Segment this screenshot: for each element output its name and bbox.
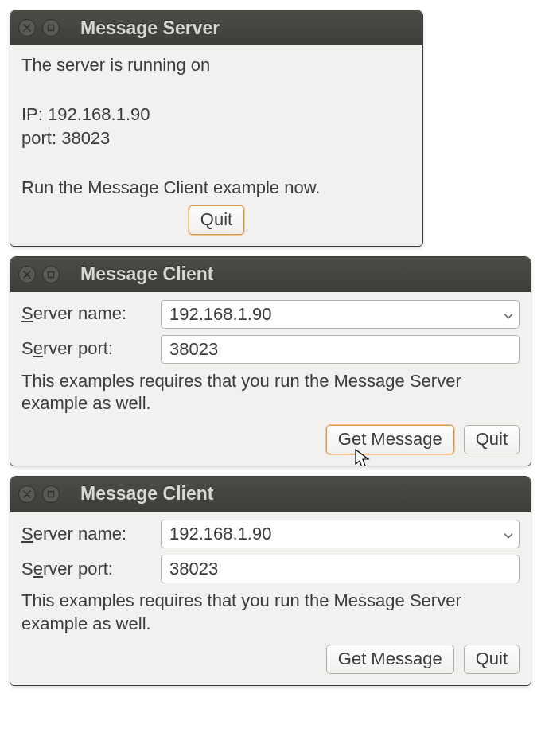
svg-rect-2	[49, 491, 54, 497]
quit-button[interactable]: Quit	[464, 645, 520, 674]
server-name-input[interactable]	[161, 520, 520, 548]
server-ip-line: IP: 192.168.1.90	[21, 103, 411, 127]
titlebar[interactable]: Message Server	[10, 10, 422, 45]
client-content: Server name: Server port: This examples …	[10, 292, 531, 466]
server-name-combo[interactable]	[161, 520, 520, 548]
message-client-window-1: Message Client Server name: Server port:…	[10, 256, 531, 466]
close-icon[interactable]	[18, 485, 36, 503]
close-icon[interactable]	[18, 266, 36, 283]
help-text: This examples requires that you run the …	[21, 370, 520, 415]
window-title: Message Server	[80, 18, 220, 39]
server-name-label: Server name:	[21, 302, 153, 326]
get-message-button[interactable]: Get Message	[326, 645, 454, 674]
minimize-icon[interactable]	[42, 266, 60, 283]
server-port-label: Server port:	[21, 557, 153, 582]
server-port-input[interactable]	[161, 555, 520, 583]
client-content: Server name: Server port: This examples …	[10, 512, 531, 685]
ip-label: IP:	[21, 104, 43, 124]
message-server-window: Message Server The server is running on …	[10, 10, 423, 247]
server-content: The server is running on IP: 192.168.1.9…	[10, 45, 422, 246]
titlebar[interactable]: Message Client	[10, 477, 531, 512]
get-message-button[interactable]: Get Message	[326, 425, 454, 454]
server-port-input[interactable]	[161, 335, 520, 364]
svg-rect-1	[49, 271, 54, 277]
help-text: This examples requires that you run the …	[21, 590, 520, 635]
minimize-icon[interactable]	[42, 485, 60, 503]
window-title: Message Client	[80, 483, 213, 505]
server-name-combo[interactable]	[161, 300, 520, 329]
minimize-icon[interactable]	[42, 19, 60, 37]
server-name-label: Server name:	[21, 522, 153, 547]
port-label: port:	[21, 128, 56, 148]
window-title: Message Client	[80, 263, 213, 285]
server-port-line: port: 38023	[21, 127, 411, 151]
port-value: 38023	[61, 128, 110, 148]
ip-value: 192.168.1.90	[48, 104, 150, 124]
server-port-label: Server port:	[21, 337, 153, 361]
quit-button[interactable]: Quit	[464, 425, 520, 454]
message-client-window-2: Message Client Server name: Server port:…	[10, 476, 531, 686]
quit-button[interactable]: Quit	[189, 205, 244, 235]
server-name-input[interactable]	[161, 300, 520, 329]
server-instruction: Run the Message Client example now.	[21, 176, 411, 201]
titlebar[interactable]: Message Client	[10, 257, 531, 292]
server-running-text: The server is running on	[21, 53, 411, 78]
close-icon[interactable]	[18, 19, 36, 37]
svg-rect-0	[49, 25, 54, 31]
